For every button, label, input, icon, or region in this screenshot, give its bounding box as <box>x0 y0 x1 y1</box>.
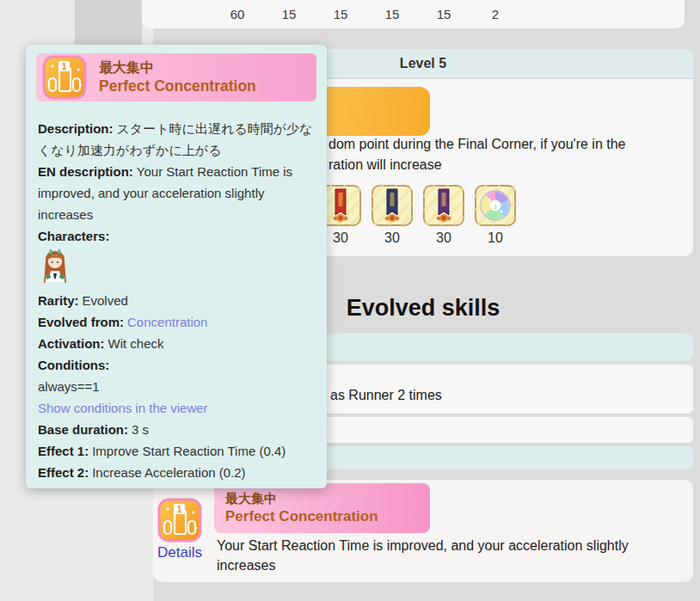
tooltip-characters-label: Characters: <box>38 225 315 247</box>
skill-name-jp: 最大集中 <box>99 59 256 77</box>
level-description-line1: dom point during the Final Corner, if yo… <box>329 137 625 152</box>
tooltip-base-duration: Base duration:3 s <box>38 419 315 440</box>
skill-name-en: Perfect Concentration <box>225 507 430 526</box>
tooltip-effect1: Effect 1:Improve Start Reaction Time (0.… <box>38 440 315 462</box>
level-description-line2: ration will increase <box>329 157 442 173</box>
skill-name-jp: 最大集中 <box>225 490 430 507</box>
tooltip-conditions-label: Conditions: <box>38 354 315 376</box>
tooltip-activation: Activation:Wit check <box>38 333 315 354</box>
details-link[interactable]: Details <box>148 544 212 561</box>
skill-tooltip: 1 最大集中 Perfect Concentration Description… <box>26 45 327 488</box>
cost-value: 60 <box>212 7 263 21</box>
skill-entry-description-line1: Your Start Reaction Time is improved, an… <box>217 538 629 554</box>
condition-row-text: as Runner 2 times <box>330 388 442 403</box>
skill-icon: 1 <box>42 55 87 100</box>
skill-name-en: Perfect Concentration <box>99 77 256 95</box>
background-table-cell <box>75 0 142 45</box>
tooltip-evolved-from: Evolved from:Concentration <box>38 311 315 333</box>
svg-text:1: 1 <box>62 62 67 71</box>
skill-icon[interactable]: 1 <box>157 498 202 543</box>
tooltip-effect2: Effect 2:Increase Acceleration (0.2) <box>38 462 315 483</box>
svg-text:1: 1 <box>177 505 182 514</box>
skill-name-banner: 最大集中 Perfect Concentration <box>214 483 430 533</box>
page: 60 15 15 15 15 2 Level 5 dom point durin… <box>0 0 700 601</box>
skill-cost-row: 60 15 15 15 15 2 <box>142 0 685 28</box>
svg-text:♪: ♪ <box>494 202 498 211</box>
cost-value: 15 <box>263 7 315 21</box>
item-count: 10 <box>475 230 516 246</box>
tooltip-skill-name-banner: 1 最大集中 Perfect Concentration <box>36 53 316 101</box>
show-conditions-link[interactable]: Show conditions in the viewer <box>38 397 315 419</box>
tooltip-skill-names: 最大集中 Perfect Concentration <box>99 59 256 95</box>
tooltip-conditions-value: always==1 <box>38 376 315 397</box>
cost-value: 15 <box>366 7 418 21</box>
character-portrait[interactable] <box>38 248 72 289</box>
tooltip-body: Description:スタート時に出遅れる時間が少なくなり加速力がわずかに上が… <box>26 118 327 483</box>
tooltip-description: Description:スタート時に出遅れる時間が少なくなり加速力がわずかに上が… <box>38 118 315 161</box>
purple-banner-item-icon[interactable] <box>423 185 464 226</box>
skill-entry-description-line2: increases <box>217 558 275 573</box>
rainbow-disc-item-icon[interactable]: ♪ <box>475 185 516 226</box>
item-count: 30 <box>423 230 464 246</box>
cost-value: 2 <box>470 7 521 21</box>
navy-banner-item-icon[interactable] <box>371 185 413 226</box>
cost-value: 15 <box>418 7 470 21</box>
item-count: 30 <box>371 230 413 246</box>
evolved-from-link[interactable]: Concentration <box>127 315 207 329</box>
tooltip-rarity: Rarity:Evolved <box>38 290 315 311</box>
tooltip-en-description: EN description:Your Start Reaction Time … <box>38 161 315 225</box>
cost-value: 15 <box>315 7 366 21</box>
